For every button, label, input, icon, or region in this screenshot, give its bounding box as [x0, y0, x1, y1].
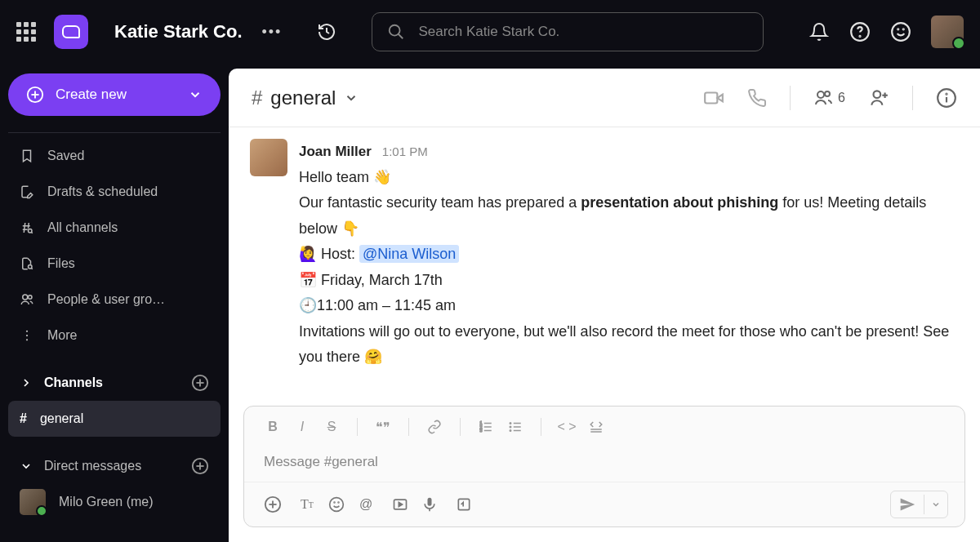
chevron-down-icon	[188, 87, 203, 102]
history-icon[interactable]	[316, 21, 337, 42]
send-options-button[interactable]	[924, 495, 947, 514]
bold-button[interactable]: B	[261, 415, 285, 439]
hash-icon: #	[20, 411, 27, 426]
text-format-button[interactable]: TT	[295, 492, 319, 517]
mention-button[interactable]: @	[354, 492, 378, 517]
quote-button[interactable]: ❝❞	[371, 415, 395, 439]
format-toolbar: B I S ❝❞ 123 < >	[244, 406, 964, 447]
svg-point-32	[825, 91, 830, 96]
strikethrough-button[interactable]: S	[319, 415, 344, 439]
channels-section-header[interactable]: Channels	[8, 365, 220, 401]
more-icon[interactable]: •••	[262, 24, 283, 41]
send-button[interactable]	[891, 491, 924, 518]
search-bar[interactable]	[372, 12, 764, 51]
svg-point-20	[26, 331, 28, 332]
message-composer: B I S ❝❞ 123 < >	[243, 406, 965, 527]
message-line: Hello team 👋	[299, 165, 959, 191]
link-button[interactable]	[422, 415, 447, 439]
ordered-list-button[interactable]: 123	[474, 415, 498, 439]
svg-point-33	[874, 91, 881, 98]
svg-point-14	[29, 229, 33, 233]
svg-point-6	[903, 29, 904, 29]
people-icon	[813, 88, 833, 108]
svg-point-48	[510, 423, 511, 424]
svg-point-4	[892, 23, 910, 41]
app-logo[interactable]	[54, 15, 88, 49]
create-new-button[interactable]: Create new	[8, 73, 220, 116]
chevron-down-icon	[344, 91, 359, 105]
svg-rect-29	[705, 92, 717, 103]
svg-point-58	[338, 502, 339, 503]
message: Joan Miller 1:01 PM Hello team 👋 Our fan…	[250, 139, 959, 371]
bell-icon[interactable]	[808, 21, 830, 42]
member-count[interactable]: 6	[813, 88, 845, 108]
svg-point-16	[29, 265, 33, 269]
video-record-button[interactable]	[388, 492, 412, 517]
svg-line-15	[32, 233, 33, 233]
svg-point-22	[26, 339, 28, 340]
emoji-picker-button[interactable]	[324, 492, 349, 517]
people-icon	[20, 292, 34, 307]
svg-text:3: 3	[480, 428, 483, 433]
sidebar-item-people[interactable]: People & user gro…	[8, 282, 220, 318]
svg-line-17	[32, 269, 33, 269]
message-line: 📅 Friday, March 17th	[299, 268, 959, 294]
svg-point-38	[946, 93, 947, 94]
svg-point-49	[510, 426, 511, 428]
plus-circle-icon[interactable]	[191, 374, 209, 392]
emoji-icon[interactable]	[890, 21, 911, 42]
message-input[interactable]	[264, 454, 945, 470]
italic-button[interactable]: I	[290, 415, 314, 439]
dm-self[interactable]: Milo Green (me)	[8, 484, 220, 520]
sidebar-item-saved[interactable]: Saved	[8, 138, 220, 174]
dm-section-header[interactable]: Direct messages	[8, 448, 220, 484]
svg-point-18	[23, 295, 28, 300]
svg-point-56	[330, 498, 344, 512]
plus-circle-icon	[26, 86, 44, 104]
add-user-icon[interactable]	[868, 87, 889, 109]
chat-header: # general 6	[229, 69, 980, 127]
create-new-label: Create new	[56, 87, 127, 103]
sidebar-item-all-channels[interactable]: All channels	[8, 210, 220, 246]
chevron-down-icon	[20, 460, 33, 473]
message-time: 1:01 PM	[382, 144, 428, 158]
sidebar-item-files[interactable]: Files	[8, 246, 220, 282]
shortcuts-button[interactable]	[452, 492, 476, 517]
message-list: Joan Miller 1:01 PM Hello team 👋 Our fan…	[229, 127, 980, 406]
svg-point-3	[859, 36, 860, 37]
search-input[interactable]	[418, 24, 748, 40]
message-author[interactable]: Joan Miller	[299, 144, 372, 159]
file-search-icon	[20, 256, 34, 271]
channel-general[interactable]: # general	[8, 401, 220, 437]
chevron-right-icon	[20, 376, 33, 389]
workspace-name[interactable]: Katie Stark Co.	[114, 21, 243, 42]
chat-panel: # general 6	[229, 69, 980, 542]
code-button[interactable]: < >	[555, 415, 579, 439]
user-avatar[interactable]	[931, 16, 964, 48]
more-vertical-icon	[20, 328, 34, 343]
svg-point-57	[334, 502, 335, 503]
avatar[interactable]	[250, 139, 287, 176]
apps-grid-icon[interactable]	[16, 22, 36, 42]
svg-marker-60	[399, 503, 402, 507]
svg-point-5	[898, 29, 898, 29]
sidebar: Create new Saved Drafts & scheduled All …	[0, 64, 229, 542]
audio-record-button[interactable]	[417, 492, 442, 517]
svg-line-1	[399, 34, 403, 39]
hash-icon: #	[252, 87, 262, 109]
video-icon[interactable]	[703, 87, 724, 109]
draft-icon	[20, 184, 34, 199]
plus-circle-icon[interactable]	[191, 457, 209, 475]
sidebar-item-more[interactable]: More	[8, 318, 220, 353]
help-icon[interactable]	[849, 21, 871, 42]
phone-icon[interactable]	[747, 88, 767, 108]
bullet-list-button[interactable]	[503, 415, 528, 439]
channel-title-dropdown[interactable]: # general	[252, 87, 359, 109]
bookmark-icon	[20, 149, 34, 163]
attach-button[interactable]	[261, 492, 285, 517]
code-block-button[interactable]	[584, 415, 608, 439]
info-icon[interactable]	[936, 87, 957, 109]
sidebar-item-drafts[interactable]: Drafts & scheduled	[8, 174, 220, 210]
mention[interactable]: @Nina Wilson	[359, 245, 459, 263]
svg-point-50	[510, 430, 511, 432]
